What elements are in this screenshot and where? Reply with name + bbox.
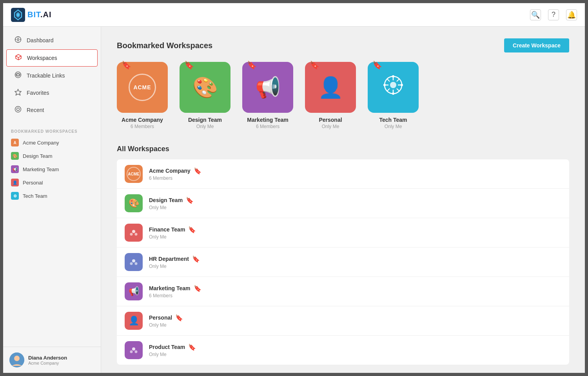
list-icon-hr <box>125 253 143 271</box>
search-icon[interactable]: 🔍 <box>530 9 541 20</box>
svg-point-23 <box>132 230 135 233</box>
sidebar-ws-label-tech: Tech Team <box>23 193 47 199</box>
svg-point-29 <box>132 347 135 351</box>
list-sub-product: Only Me <box>149 352 561 357</box>
sidebar-ws-icon-acme: A <box>11 139 19 146</box>
list-bookmark-acme[interactable]: 🔖 <box>194 167 201 175</box>
card-name-tech: Tech Team <box>379 117 407 123</box>
list-item-finance[interactable]: Finance Team 🔖 Only Me <box>117 218 569 248</box>
footer-user-info: Diana Anderson Acme Company <box>28 355 67 365</box>
list-sub-marketing: 6 Members <box>149 293 561 298</box>
user-profile[interactable]: Diana Anderson Acme Company <box>3 347 101 373</box>
sidebar: Dashboard Workspaces Trackable Links <box>3 27 101 373</box>
topbar-icons: 🔍 ? 🔔 <box>530 9 577 20</box>
sidebar-bookmarked-list: A Acme Company 🎨 Design Team 📢 Marketing… <box>3 136 101 202</box>
sidebar-workspace-personal[interactable]: 👤 Personal <box>3 176 101 189</box>
svg-point-25 <box>135 233 138 236</box>
card-name-acme: Acme Company <box>122 117 163 123</box>
logo-icon <box>11 8 25 22</box>
card-marketing[interactable]: 🔖 📢 Marketing Team 6 Members <box>242 62 293 129</box>
list-bookmark-product[interactable]: 🔖 <box>188 343 196 351</box>
help-icon[interactable]: ? <box>548 9 559 20</box>
svg-point-20 <box>392 92 394 95</box>
svg-point-19 <box>392 75 394 78</box>
bookmarked-header: Bookmarked Workspaces Create Workspace <box>117 38 569 52</box>
bookmark-icon-personal: 🔖 <box>310 60 319 70</box>
list-bookmark-hr[interactable]: 🔖 <box>192 255 200 263</box>
list-icon-personal: 👤 <box>125 312 143 330</box>
sidebar-item-favorites[interactable]: Favorites <box>6 85 98 101</box>
card-icon-design: 🔖 🎨 <box>180 62 230 113</box>
sidebar-item-label-dashboard: Dashboard <box>27 37 54 43</box>
main-content: Bookmarked Workspaces Create Workspace 🔖… <box>101 27 585 373</box>
svg-point-18 <box>390 82 396 88</box>
list-name-acme: Acme Company 🔖 <box>149 167 561 175</box>
list-item-personal[interactable]: 👤 Personal 🔖 Only Me <box>117 306 569 336</box>
list-bookmark-marketing[interactable]: 🔖 <box>194 285 201 292</box>
list-sub-acme: 6 Members <box>149 175 561 181</box>
sidebar-item-dashboard[interactable]: Dashboard <box>6 32 98 49</box>
list-item-hr[interactable]: HR Department 🔖 Only Me <box>117 248 569 277</box>
sidebar-ws-icon-personal: 👤 <box>11 179 19 186</box>
sidebar-item-workspaces[interactable]: Workspaces <box>6 49 98 67</box>
svg-point-21 <box>383 84 386 86</box>
card-sub-acme: 6 Members <box>131 124 154 129</box>
bell-icon[interactable]: 🔔 <box>566 9 577 20</box>
card-tech[interactable]: 🔖 Tech Team Only Me <box>368 62 419 129</box>
list-sub-finance: Only Me <box>149 234 561 240</box>
svg-point-31 <box>135 351 138 353</box>
list-sub-hr: Only Me <box>149 264 561 269</box>
sidebar-nav: Dashboard Workspaces Trackable Links <box>3 27 101 124</box>
svg-point-30 <box>130 351 133 353</box>
create-workspace-button[interactable]: Create Workspace <box>504 38 569 52</box>
list-bookmark-design[interactable]: 🔖 <box>186 197 194 204</box>
bookmark-icon-tech: 🔖 <box>372 60 382 70</box>
card-icon-personal: 🔖 👤 <box>305 62 356 113</box>
sidebar-ws-label-marketing: Marketing Team <box>23 166 59 172</box>
sidebar-ws-label-personal: Personal <box>23 180 43 186</box>
card-acme[interactable]: 🔖 ACME Acme Company 6 Members <box>117 62 168 129</box>
list-icon-acme: ACME <box>125 165 143 183</box>
list-name-product: Product Team 🔖 <box>149 343 561 351</box>
card-icon-tech: 🔖 <box>368 62 419 113</box>
list-bookmark-finance[interactable]: 🔖 <box>188 226 196 233</box>
sidebar-workspace-marketing[interactable]: 📢 Marketing Team <box>3 163 101 176</box>
user-name: Diana Anderson <box>28 355 67 361</box>
card-personal[interactable]: 🔖 👤 Personal Only Me <box>305 62 356 129</box>
sidebar-workspace-tech[interactable]: ⚙ Tech Team <box>3 189 101 202</box>
card-name-design: Design Team <box>188 117 222 123</box>
sidebar-item-label-trackable-links: Trackable Links <box>27 72 65 79</box>
list-bookmark-personal[interactable]: 🔖 <box>175 314 183 322</box>
list-item-acme[interactable]: ACME Acme Company 🔖 6 Members <box>117 159 569 189</box>
list-info-personal: Personal 🔖 Only Me <box>149 314 561 328</box>
svg-point-14 <box>17 108 20 111</box>
list-item-marketing[interactable]: 📢 Marketing Team 🔖 6 Members <box>117 277 569 306</box>
sidebar-item-trackable-links[interactable]: Trackable Links <box>6 67 98 84</box>
svg-point-27 <box>130 262 133 265</box>
workspace-list: ACME Acme Company 🔖 6 Members 🎨 <box>117 159 569 365</box>
card-name-marketing: Marketing Team <box>247 117 289 123</box>
card-icon-marketing: 🔖 📢 <box>242 62 293 113</box>
list-item-design[interactable]: 🎨 Design Team 🔖 Only Me <box>117 189 569 218</box>
list-info-hr: HR Department 🔖 Only Me <box>149 255 561 269</box>
list-sub-personal: Only Me <box>149 322 561 328</box>
sidebar-workspace-acme[interactable]: A Acme Company <box>3 136 101 149</box>
sidebar-ws-icon-tech: ⚙ <box>11 192 19 200</box>
sidebar-workspace-design[interactable]: 🎨 Design Team <box>3 149 101 163</box>
list-name-finance: Finance Team 🔖 <box>149 226 561 233</box>
card-name-personal: Personal <box>319 117 342 123</box>
user-company: Acme Company <box>28 361 67 365</box>
list-name-hr: HR Department 🔖 <box>149 255 561 263</box>
sidebar-item-label-favorites: Favorites <box>27 90 49 96</box>
card-sub-tech: Only Me <box>385 124 402 129</box>
svg-marker-12 <box>15 89 21 95</box>
card-design[interactable]: 🔖 🎨 Design Team Only Me <box>180 62 230 129</box>
avatar <box>9 352 24 367</box>
svg-point-28 <box>135 262 138 265</box>
trackable-links-icon <box>14 71 22 80</box>
sidebar-item-recent[interactable]: Recent <box>6 102 98 118</box>
sidebar-ws-label-acme: Acme Company <box>23 140 59 146</box>
list-info-finance: Finance Team 🔖 Only Me <box>149 226 561 240</box>
list-item-product[interactable]: Product Team 🔖 Only Me <box>117 336 569 365</box>
svg-point-22 <box>401 84 403 86</box>
